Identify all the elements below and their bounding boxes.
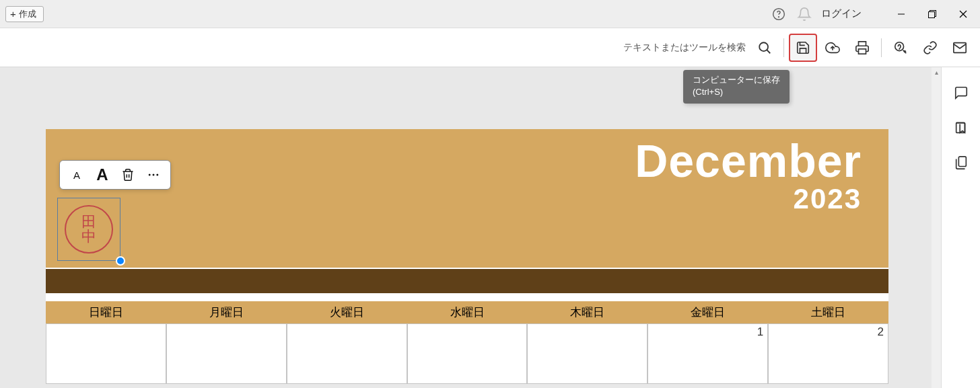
svg-point-17 <box>156 174 158 176</box>
close-button[interactable] <box>948 0 979 28</box>
titlebar-left: + 作成 <box>5 6 44 22</box>
calendar-cell <box>527 323 648 384</box>
scroll-up-icon[interactable]: ▴ <box>932 67 941 77</box>
sign-icon[interactable] <box>886 34 915 62</box>
calendar-cell: 2 <box>768 323 888 384</box>
text-small-button[interactable]: A <box>64 163 90 186</box>
calendar-row: 1 2 <box>46 323 888 384</box>
hanko-stamp-icon: 田 中 <box>65 205 113 254</box>
stamp-char1: 田 <box>81 215 96 229</box>
mail-icon[interactable] <box>946 34 974 62</box>
minimize-button[interactable] <box>886 0 917 28</box>
svg-rect-4 <box>929 11 935 17</box>
toolbar: テキストまたはツールを検索 <box>0 28 980 67</box>
window-controls <box>886 0 979 28</box>
calendar-cell <box>46 323 166 384</box>
document-page: December 2023 A A 田 中 <box>46 129 888 384</box>
header-band <box>46 268 888 295</box>
search-label: テキストまたはツールを検索 <box>623 42 746 54</box>
annotation-toolbar: A A <box>59 160 171 190</box>
link-icon[interactable] <box>916 34 944 62</box>
weekday-mon: 月曜日 <box>166 301 287 323</box>
notifications-icon[interactable] <box>792 1 817 28</box>
vertical-scrollbar[interactable]: ▴ <box>932 67 941 388</box>
maximize-button[interactable] <box>917 0 948 28</box>
svg-point-15 <box>149 174 151 176</box>
search-icon[interactable] <box>750 34 779 62</box>
cloud-upload-icon[interactable] <box>818 34 847 62</box>
svg-point-16 <box>153 174 155 176</box>
bookmark-panel-icon[interactable] <box>946 113 976 143</box>
stamp-char2: 中 <box>81 229 96 244</box>
tooltip-shortcut: (Ctrl+S) <box>693 86 780 98</box>
stamp-annotation[interactable]: 田 中 <box>57 198 120 261</box>
toolbar-separator <box>783 38 784 57</box>
weekday-thu: 木曜日 <box>527 301 648 323</box>
calendar-cell <box>166 323 287 384</box>
weekday-wed: 水曜日 <box>407 301 528 323</box>
save-button[interactable] <box>789 34 817 62</box>
tooltip-text: コンピューターに保存 <box>693 74 780 86</box>
weekday-header-row: 日曜日 月曜日 火曜日 水曜日 木曜日 金曜日 土曜日 <box>46 301 888 323</box>
calendar-cell <box>287 323 407 384</box>
calendar-cell <box>407 323 528 384</box>
print-icon[interactable] <box>848 34 876 62</box>
weekday-sat: 土曜日 <box>768 301 888 323</box>
svg-rect-9 <box>859 48 866 53</box>
login-button[interactable]: ログイン <box>817 7 872 20</box>
resize-handle[interactable] <box>116 256 125 266</box>
pages-panel-icon[interactable] <box>946 148 976 178</box>
weekday-sun: 日曜日 <box>46 301 166 323</box>
side-panel <box>941 67 980 388</box>
create-label: 作成 <box>19 8 36 20</box>
svg-point-1 <box>779 16 779 17</box>
weekday-fri: 金曜日 <box>648 301 768 323</box>
svg-point-7 <box>759 42 768 51</box>
titlebar-right: ログイン <box>766 0 979 28</box>
more-options-button[interactable] <box>141 163 166 186</box>
text-large-button[interactable]: A <box>90 163 115 186</box>
weekday-tue: 火曜日 <box>287 301 407 323</box>
plus-icon: + <box>10 8 16 20</box>
calendar-cell: 1 <box>648 323 768 384</box>
toolbar-separator <box>881 38 882 57</box>
save-tooltip: コンピューターに保存 (Ctrl+S) <box>683 70 790 104</box>
create-button[interactable]: + 作成 <box>5 6 44 22</box>
comment-panel-icon[interactable] <box>946 78 976 108</box>
delete-button[interactable] <box>115 163 141 186</box>
titlebar: + 作成 ログイン <box>0 0 980 28</box>
svg-line-8 <box>767 50 770 53</box>
calendar-header: December 2023 A A 田 中 <box>46 129 888 268</box>
help-icon[interactable] <box>766 1 792 28</box>
svg-rect-19 <box>958 157 966 167</box>
document-viewport[interactable]: December 2023 A A 田 中 <box>0 67 941 388</box>
